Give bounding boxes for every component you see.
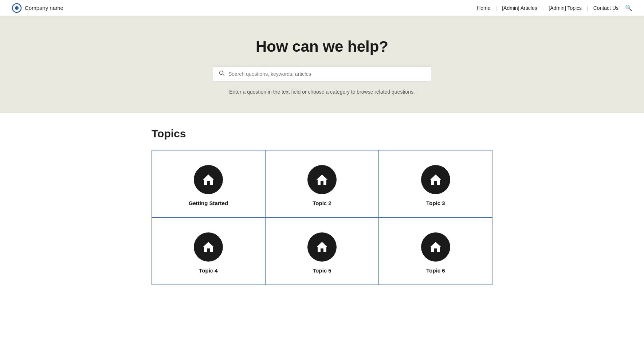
nav-home-link[interactable]: Home — [474, 5, 493, 11]
home-icon — [201, 172, 216, 187]
navbar-links: Home | [Admin] Articles | [Admin] Topics… — [474, 4, 632, 11]
search-bar — [213, 66, 431, 82]
search-input[interactable] — [228, 71, 425, 77]
nav-admin-topics-link[interactable]: [Admin] Topics — [546, 5, 585, 11]
search-bar-icon — [219, 70, 225, 78]
topic-label-2: Topic 2 — [313, 200, 331, 206]
brand: Company name — [12, 3, 63, 13]
topic-card-3[interactable]: Topic 3 — [379, 150, 492, 217]
brand-logo-icon — [12, 3, 22, 13]
topic-card-2[interactable]: Topic 2 — [265, 150, 379, 217]
main-content: Topics Getting Started Topic 2 — [140, 128, 504, 285]
topics-heading: Topics — [152, 128, 492, 140]
topic-icon-4 — [194, 232, 223, 262]
home-icon-3 — [428, 172, 443, 187]
nav-divider-1: | — [496, 5, 497, 11]
home-icon-2 — [315, 172, 329, 187]
nav-divider-2: | — [542, 5, 544, 11]
home-icon-5 — [315, 240, 329, 254]
home-icon-6 — [428, 240, 443, 254]
topic-label-6: Topic 6 — [426, 267, 445, 274]
search-bar-container — [213, 66, 431, 82]
topic-icon-6 — [421, 232, 450, 262]
topic-icon-2 — [307, 165, 337, 194]
nav-admin-articles-link[interactable]: [Admin] Articles — [499, 5, 540, 11]
topic-card-4[interactable]: Topic 4 — [152, 217, 265, 285]
topic-icon-3 — [421, 165, 450, 194]
topic-label-getting-started: Getting Started — [189, 200, 228, 206]
topic-label-3: Topic 3 — [426, 200, 445, 206]
brand-name: Company name — [25, 5, 63, 11]
topic-icon-getting-started — [194, 165, 223, 194]
hero-title: How can we help? — [7, 38, 637, 55]
topic-label-4: Topic 4 — [199, 267, 217, 274]
nav-divider-3: | — [587, 5, 588, 11]
topic-card-6[interactable]: Topic 6 — [379, 217, 492, 285]
topics-grid: Getting Started Topic 2 Topic 3 — [152, 150, 492, 285]
svg-point-1 — [15, 6, 19, 10]
topic-card-5[interactable]: Topic 5 — [265, 217, 379, 285]
home-icon-4 — [201, 240, 216, 254]
topic-card-getting-started[interactable]: Getting Started — [152, 150, 265, 217]
nav-contact-us-link[interactable]: Contact Us — [590, 5, 621, 11]
hero-hint: Enter a question in the text field or ch… — [7, 89, 637, 95]
hero-section: How can we help? Enter a question in the… — [0, 16, 644, 113]
navbar: Company name Home | [Admin] Articles | [… — [0, 0, 644, 16]
svg-line-3 — [223, 74, 224, 76]
search-icon[interactable]: 🔍 — [625, 4, 632, 11]
topic-label-5: Topic 5 — [313, 267, 331, 274]
topic-icon-5 — [307, 232, 337, 262]
